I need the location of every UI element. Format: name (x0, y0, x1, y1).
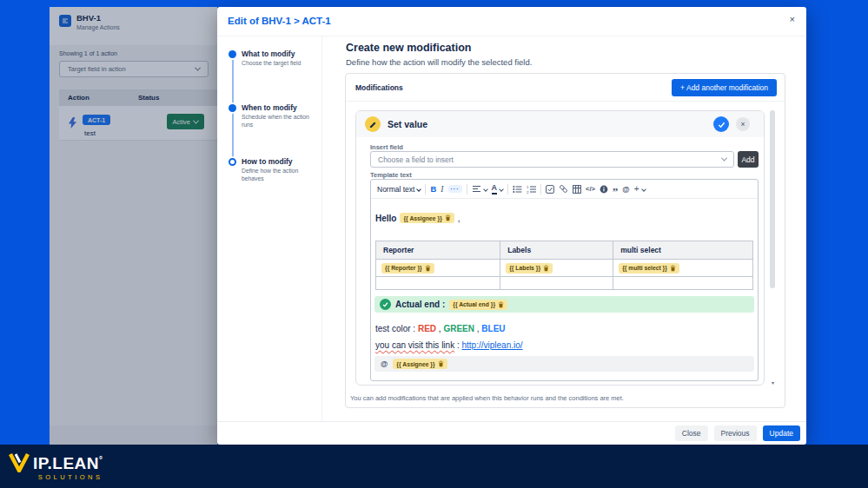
add-another-modification-button[interactable]: + Add another modification (672, 79, 777, 96)
code-button[interactable]: </> (586, 185, 595, 193)
chevron-down-icon (499, 187, 504, 192)
confirm-icon[interactable] (713, 116, 729, 132)
select-placeholder: Choose a field to insert (378, 155, 454, 164)
red-text: RED (418, 324, 436, 333)
field-chip-reporter[interactable]: {{ Reporter }} (381, 263, 434, 274)
scroll-down-icon[interactable]: ▾ (769, 379, 777, 386)
step-dot-done (229, 50, 236, 58)
mention-icon: @ (381, 359, 388, 368)
field-chip-actual-end[interactable]: {{ Actual end }} (449, 300, 507, 310)
update-button[interactable]: Update (763, 425, 800, 441)
text-style-dropdown[interactable]: Normal text (377, 185, 421, 194)
add-field-button[interactable]: Add (738, 151, 759, 168)
blue-text: BLEU (481, 324, 505, 333)
close-icon[interactable]: × (785, 11, 799, 27)
numbered-list-button[interactable]: 12 (527, 185, 536, 194)
editor-toolbar: Normal text B I ··· A (371, 180, 758, 199)
previous-button[interactable]: Previous (714, 425, 757, 441)
task-list-button[interactable] (546, 185, 554, 194)
insert-field-select[interactable]: Choose a field to insert (370, 151, 734, 168)
logo-tagline: SOLUTIONS (33, 473, 103, 481)
step-how-to-modify[interactable]: How to modify Define how the action beha… (229, 157, 316, 183)
trash-icon[interactable] (498, 301, 504, 308)
greeting-line: Hello {{ Assignee }} , (375, 213, 753, 223)
scrollbar-thumb[interactable] (770, 110, 775, 288)
text-color-button[interactable]: A (492, 184, 504, 195)
table-col-multi-select[interactable]: multi select (613, 241, 753, 260)
stepper-divider (321, 36, 322, 421)
toolbar-separator (540, 184, 541, 195)
link-line: you can visit this link : http://viplean… (375, 340, 753, 350)
modal-title: Edit of BHV-1 > ACT-1 (228, 16, 331, 26)
table-cell[interactable]: {{ Reporter }} (376, 260, 500, 277)
table-col-labels[interactable]: Labels (500, 241, 613, 260)
trash-icon[interactable] (670, 265, 676, 272)
trash-icon[interactable] (425, 265, 431, 272)
alignment-button[interactable] (472, 185, 487, 193)
insert-more-button[interactable]: + (634, 184, 646, 194)
page-subtitle: Define how the action will modify the se… (346, 57, 532, 67)
background-app-panel: BHV-1 Manage Actions Showing 1 of 1 acti… (50, 7, 217, 445)
viplean-logo: IP.LEAN° SOLUTIONS (9, 452, 103, 481)
toolbar-separator (425, 184, 426, 195)
table-row: {{ Reporter }} {{ Labels }} (376, 260, 753, 277)
editor-content[interactable]: Hello {{ Assignee }} , Report (371, 199, 758, 381)
cancel-icon[interactable]: × (736, 117, 750, 131)
table-cell[interactable]: {{ multi select }} (613, 260, 753, 277)
more-formatting-button[interactable]: ··· (448, 185, 462, 193)
logo-wordmark: IP.LEAN° (33, 452, 103, 472)
step-dot-current (229, 158, 236, 166)
edit-pencil-icon (365, 116, 381, 132)
modal-backdrop-overlay (50, 7, 217, 445)
table-col-reporter[interactable]: Reporter (376, 241, 500, 260)
hyperlink[interactable]: http://viplean.io/ (462, 340, 523, 350)
italic-button[interactable]: I (441, 185, 443, 194)
trash-icon[interactable] (438, 360, 444, 367)
app-screen: BHV-1 Manage Actions Showing 1 of 1 acti… (0, 0, 868, 488)
svg-text:1: 1 (527, 185, 529, 189)
mention-block: @ {{ Assignee }} (374, 356, 754, 372)
success-panel: Actual end : {{ Actual end }} (374, 296, 754, 313)
table-cell[interactable] (500, 277, 613, 290)
header-divider (217, 36, 806, 36)
page-title: Create new modification (346, 42, 471, 54)
logo-v-icon (9, 452, 31, 472)
table-row (376, 277, 753, 290)
field-chip-assignee[interactable]: {{ Assignee }} (400, 213, 454, 223)
trash-icon[interactable] (543, 265, 549, 272)
rich-text-editor: Normal text B I ··· A (370, 179, 759, 381)
chevron-down-icon (483, 187, 488, 192)
field-chip-assignee[interactable]: {{ Assignee }} (393, 359, 447, 369)
table-cell[interactable]: {{ Labels }} (500, 260, 613, 277)
panel-scrollbar[interactable]: ▾ (769, 110, 777, 386)
info-panel-button[interactable] (600, 185, 608, 194)
table-header-row: Reporter Labels multi select (376, 241, 753, 260)
table-cell[interactable] (376, 277, 500, 290)
spellcheck-text: you can visit this link (375, 340, 454, 350)
chevron-down-icon (641, 187, 646, 192)
modifications-card: Modifications + Add another modification… (345, 73, 785, 408)
trash-icon[interactable] (445, 214, 451, 221)
chevron-down-icon (417, 187, 422, 192)
table-cell[interactable] (613, 277, 753, 290)
quote-button[interactable]: ” (613, 190, 619, 194)
card-title: Modifications (355, 83, 403, 92)
insert-field-label: Insert field (370, 143, 403, 151)
modal-footer: Close Previous Update (217, 421, 806, 445)
field-chip-multi-select[interactable]: {{ multi select }} (619, 263, 679, 274)
toolbar-separator (467, 184, 467, 195)
table-button[interactable] (573, 185, 581, 194)
step-when-to-modify[interactable]: When to modify Schedule when the action … (229, 103, 316, 129)
step-what-to-modify[interactable]: What to modify Choose the target field (229, 49, 316, 68)
editor-table: Reporter Labels multi select {{ Reporter… (375, 241, 753, 290)
actual-end-label: Actual end : (395, 300, 445, 309)
modification-type-title: Set value (388, 119, 427, 129)
mention-button[interactable]: @ (622, 185, 629, 194)
bullet-list-button[interactable] (513, 185, 522, 194)
close-button[interactable]: Close (675, 425, 708, 441)
link-button[interactable] (559, 184, 568, 194)
bold-button[interactable]: B (430, 184, 436, 194)
field-chip-labels[interactable]: {{ Labels }} (506, 263, 553, 274)
set-value-panel: Set value × Insert field Choose a field … (355, 110, 765, 386)
footer-bar: IP.LEAN° SOLUTIONS (0, 445, 868, 488)
